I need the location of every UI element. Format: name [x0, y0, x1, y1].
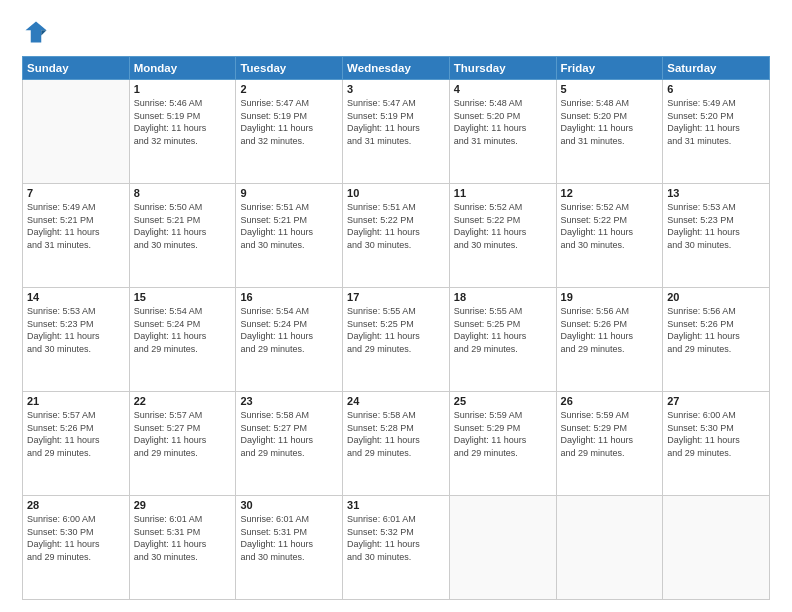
day-info: Sunrise: 5:56 AM Sunset: 5:26 PM Dayligh…	[561, 305, 659, 355]
calendar-cell: 28Sunrise: 6:00 AM Sunset: 5:30 PM Dayli…	[23, 496, 130, 600]
day-number: 5	[561, 83, 659, 95]
calendar-cell: 22Sunrise: 5:57 AM Sunset: 5:27 PM Dayli…	[129, 392, 236, 496]
logo-icon	[22, 18, 50, 46]
day-info: Sunrise: 5:52 AM Sunset: 5:22 PM Dayligh…	[561, 201, 659, 251]
calendar-cell	[556, 496, 663, 600]
weekday-header-sunday: Sunday	[23, 57, 130, 80]
day-info: Sunrise: 5:59 AM Sunset: 5:29 PM Dayligh…	[561, 409, 659, 459]
day-info: Sunrise: 5:56 AM Sunset: 5:26 PM Dayligh…	[667, 305, 765, 355]
calendar-cell: 16Sunrise: 5:54 AM Sunset: 5:24 PM Dayli…	[236, 288, 343, 392]
day-number: 29	[134, 499, 232, 511]
day-number: 8	[134, 187, 232, 199]
calendar-cell: 26Sunrise: 5:59 AM Sunset: 5:29 PM Dayli…	[556, 392, 663, 496]
calendar-cell: 9Sunrise: 5:51 AM Sunset: 5:21 PM Daylig…	[236, 184, 343, 288]
calendar-cell: 10Sunrise: 5:51 AM Sunset: 5:22 PM Dayli…	[343, 184, 450, 288]
day-info: Sunrise: 6:00 AM Sunset: 5:30 PM Dayligh…	[667, 409, 765, 459]
calendar-cell	[23, 80, 130, 184]
day-number: 15	[134, 291, 232, 303]
day-number: 14	[27, 291, 125, 303]
day-info: Sunrise: 5:55 AM Sunset: 5:25 PM Dayligh…	[454, 305, 552, 355]
calendar-cell: 6Sunrise: 5:49 AM Sunset: 5:20 PM Daylig…	[663, 80, 770, 184]
calendar-cell: 13Sunrise: 5:53 AM Sunset: 5:23 PM Dayli…	[663, 184, 770, 288]
calendar-cell: 18Sunrise: 5:55 AM Sunset: 5:25 PM Dayli…	[449, 288, 556, 392]
day-number: 31	[347, 499, 445, 511]
weekday-header-saturday: Saturday	[663, 57, 770, 80]
calendar-cell: 19Sunrise: 5:56 AM Sunset: 5:26 PM Dayli…	[556, 288, 663, 392]
day-info: Sunrise: 5:57 AM Sunset: 5:26 PM Dayligh…	[27, 409, 125, 459]
day-number: 30	[240, 499, 338, 511]
day-number: 7	[27, 187, 125, 199]
day-number: 17	[347, 291, 445, 303]
day-info: Sunrise: 5:55 AM Sunset: 5:25 PM Dayligh…	[347, 305, 445, 355]
day-number: 16	[240, 291, 338, 303]
calendar-cell: 11Sunrise: 5:52 AM Sunset: 5:22 PM Dayli…	[449, 184, 556, 288]
weekday-header-thursday: Thursday	[449, 57, 556, 80]
day-info: Sunrise: 5:48 AM Sunset: 5:20 PM Dayligh…	[454, 97, 552, 147]
calendar-cell: 14Sunrise: 5:53 AM Sunset: 5:23 PM Dayli…	[23, 288, 130, 392]
day-info: Sunrise: 5:54 AM Sunset: 5:24 PM Dayligh…	[134, 305, 232, 355]
day-number: 19	[561, 291, 659, 303]
calendar-week-2: 7Sunrise: 5:49 AM Sunset: 5:21 PM Daylig…	[23, 184, 770, 288]
day-info: Sunrise: 5:47 AM Sunset: 5:19 PM Dayligh…	[240, 97, 338, 147]
calendar-cell: 12Sunrise: 5:52 AM Sunset: 5:22 PM Dayli…	[556, 184, 663, 288]
day-number: 4	[454, 83, 552, 95]
day-number: 28	[27, 499, 125, 511]
header	[22, 18, 770, 46]
calendar-cell: 27Sunrise: 6:00 AM Sunset: 5:30 PM Dayli…	[663, 392, 770, 496]
calendar-cell: 21Sunrise: 5:57 AM Sunset: 5:26 PM Dayli…	[23, 392, 130, 496]
calendar-week-5: 28Sunrise: 6:00 AM Sunset: 5:30 PM Dayli…	[23, 496, 770, 600]
calendar-cell: 20Sunrise: 5:56 AM Sunset: 5:26 PM Dayli…	[663, 288, 770, 392]
day-info: Sunrise: 5:46 AM Sunset: 5:19 PM Dayligh…	[134, 97, 232, 147]
calendar-cell: 2Sunrise: 5:47 AM Sunset: 5:19 PM Daylig…	[236, 80, 343, 184]
day-number: 26	[561, 395, 659, 407]
day-info: Sunrise: 5:54 AM Sunset: 5:24 PM Dayligh…	[240, 305, 338, 355]
calendar-cell: 8Sunrise: 5:50 AM Sunset: 5:21 PM Daylig…	[129, 184, 236, 288]
calendar-cell: 24Sunrise: 5:58 AM Sunset: 5:28 PM Dayli…	[343, 392, 450, 496]
day-info: Sunrise: 6:01 AM Sunset: 5:31 PM Dayligh…	[134, 513, 232, 563]
day-number: 21	[27, 395, 125, 407]
weekday-header-monday: Monday	[129, 57, 236, 80]
calendar-table: SundayMondayTuesdayWednesdayThursdayFrid…	[22, 56, 770, 600]
calendar-cell: 1Sunrise: 5:46 AM Sunset: 5:19 PM Daylig…	[129, 80, 236, 184]
calendar-cell	[663, 496, 770, 600]
logo	[22, 18, 54, 46]
day-info: Sunrise: 5:53 AM Sunset: 5:23 PM Dayligh…	[667, 201, 765, 251]
weekday-header-tuesday: Tuesday	[236, 57, 343, 80]
day-info: Sunrise: 5:58 AM Sunset: 5:27 PM Dayligh…	[240, 409, 338, 459]
day-number: 23	[240, 395, 338, 407]
day-info: Sunrise: 5:51 AM Sunset: 5:22 PM Dayligh…	[347, 201, 445, 251]
day-number: 1	[134, 83, 232, 95]
weekday-header-row: SundayMondayTuesdayWednesdayThursdayFrid…	[23, 57, 770, 80]
day-number: 9	[240, 187, 338, 199]
day-number: 20	[667, 291, 765, 303]
day-info: Sunrise: 5:58 AM Sunset: 5:28 PM Dayligh…	[347, 409, 445, 459]
day-number: 6	[667, 83, 765, 95]
day-info: Sunrise: 5:49 AM Sunset: 5:21 PM Dayligh…	[27, 201, 125, 251]
day-number: 2	[240, 83, 338, 95]
page: SundayMondayTuesdayWednesdayThursdayFrid…	[0, 0, 792, 612]
day-number: 22	[134, 395, 232, 407]
calendar-week-1: 1Sunrise: 5:46 AM Sunset: 5:19 PM Daylig…	[23, 80, 770, 184]
day-number: 24	[347, 395, 445, 407]
day-number: 13	[667, 187, 765, 199]
day-number: 25	[454, 395, 552, 407]
day-number: 12	[561, 187, 659, 199]
calendar-cell: 29Sunrise: 6:01 AM Sunset: 5:31 PM Dayli…	[129, 496, 236, 600]
day-number: 11	[454, 187, 552, 199]
weekday-header-wednesday: Wednesday	[343, 57, 450, 80]
calendar-cell: 3Sunrise: 5:47 AM Sunset: 5:19 PM Daylig…	[343, 80, 450, 184]
day-info: Sunrise: 6:01 AM Sunset: 5:31 PM Dayligh…	[240, 513, 338, 563]
calendar-cell: 25Sunrise: 5:59 AM Sunset: 5:29 PM Dayli…	[449, 392, 556, 496]
calendar-week-3: 14Sunrise: 5:53 AM Sunset: 5:23 PM Dayli…	[23, 288, 770, 392]
day-info: Sunrise: 5:57 AM Sunset: 5:27 PM Dayligh…	[134, 409, 232, 459]
calendar-cell: 30Sunrise: 6:01 AM Sunset: 5:31 PM Dayli…	[236, 496, 343, 600]
calendar-cell: 5Sunrise: 5:48 AM Sunset: 5:20 PM Daylig…	[556, 80, 663, 184]
calendar-cell: 31Sunrise: 6:01 AM Sunset: 5:32 PM Dayli…	[343, 496, 450, 600]
day-info: Sunrise: 6:00 AM Sunset: 5:30 PM Dayligh…	[27, 513, 125, 563]
calendar-cell: 17Sunrise: 5:55 AM Sunset: 5:25 PM Dayli…	[343, 288, 450, 392]
day-info: Sunrise: 5:49 AM Sunset: 5:20 PM Dayligh…	[667, 97, 765, 147]
calendar-week-4: 21Sunrise: 5:57 AM Sunset: 5:26 PM Dayli…	[23, 392, 770, 496]
calendar-cell: 23Sunrise: 5:58 AM Sunset: 5:27 PM Dayli…	[236, 392, 343, 496]
calendar-cell: 15Sunrise: 5:54 AM Sunset: 5:24 PM Dayli…	[129, 288, 236, 392]
day-info: Sunrise: 5:47 AM Sunset: 5:19 PM Dayligh…	[347, 97, 445, 147]
